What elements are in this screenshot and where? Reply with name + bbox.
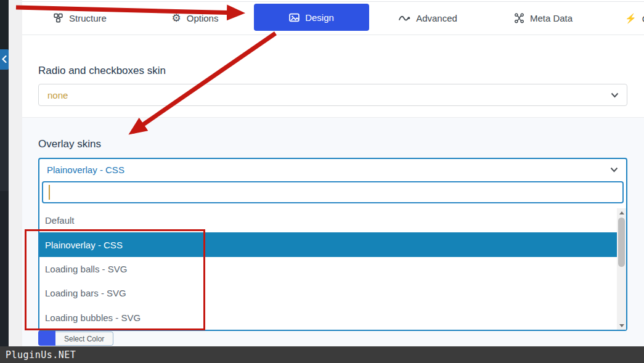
- tab-meta-data[interactable]: Meta Data: [486, 2, 601, 35]
- option-loading-bars-svg[interactable]: Loading bars - SVG: [39, 281, 617, 305]
- sidebar-collapse-button[interactable]: [0, 49, 9, 70]
- option-loading-bubbles-svg[interactable]: Loading bubbles - SVG: [39, 306, 617, 330]
- network-icon: [514, 13, 524, 23]
- page-gutter: [9, 0, 22, 346]
- tab-advanced[interactable]: Advanced: [370, 2, 486, 35]
- overlay-skins-title: Overlay skins: [38, 138, 101, 150]
- admin-sidebar-strip: [0, 0, 9, 363]
- plugin-settings-page: Structure ⚙ Options Design: [0, 0, 644, 363]
- scroll-down-arrow-icon[interactable]: [617, 321, 626, 330]
- radio-skin-title: Radio and checkboxes skin: [38, 65, 166, 77]
- option-plainoverlay-css[interactable]: Plainoverlay - CSS: [39, 232, 617, 256]
- options-scrollbar[interactable]: [617, 208, 626, 330]
- scrollbar-thumb[interactable]: [618, 218, 625, 267]
- image-icon: [289, 12, 300, 23]
- watermark-text: PluginUs.NET: [0, 349, 76, 361]
- overlay-skins-section: Overlay skins Plainoverlay - CSS Default…: [22, 117, 644, 346]
- tab-clipped-right[interactable]: ⚡ C: [625, 2, 644, 35]
- option-loading-balls-svg[interactable]: Loading balls - SVG: [39, 257, 617, 281]
- select-color-button[interactable]: Select Color: [55, 332, 113, 346]
- bolt-icon: ⚡: [625, 13, 637, 24]
- chevron-down-icon: [611, 89, 619, 100]
- tab-label: Meta Data: [530, 13, 573, 23]
- tab-label: Advanced: [416, 13, 457, 23]
- chevron-left-icon: [2, 54, 7, 65]
- overlay-search-input[interactable]: [42, 181, 624, 203]
- tab-label: Design: [305, 12, 334, 23]
- radio-skin-selected-value: none: [47, 90, 68, 100]
- tab-structure[interactable]: Structure: [22, 2, 137, 35]
- tab-label: Structure: [69, 13, 107, 23]
- gear-icon: ⚙: [172, 13, 181, 23]
- overlay-skins-dropdown: Plainoverlay - CSS Default Plainoverlay …: [38, 158, 627, 331]
- chevron-down-icon: [610, 164, 618, 175]
- tab-options[interactable]: ⚙ Options: [137, 2, 253, 35]
- radio-skin-section: Radio and checkboxes skin none: [22, 35, 644, 117]
- settings-tabbar: Structure ⚙ Options Design: [22, 2, 644, 35]
- watermark-bar: PluginUs.NET: [0, 346, 644, 363]
- color-swatch[interactable]: [38, 330, 55, 346]
- tab-label: Options: [187, 13, 219, 23]
- settings-content: Structure ⚙ Options Design: [22, 0, 644, 346]
- scroll-up-arrow-icon[interactable]: [617, 208, 626, 217]
- radio-skin-select[interactable]: none: [38, 84, 627, 106]
- structure-icon: [53, 13, 63, 23]
- tab-design[interactable]: Design: [254, 4, 369, 31]
- admin-sidebar-segment: [0, 0, 9, 49]
- admin-sidebar-segment: [0, 70, 9, 191]
- overlay-color-picker: Select Color: [38, 330, 113, 346]
- overlay-dropdown-header[interactable]: Plainoverlay - CSS: [39, 159, 626, 180]
- overlay-selected-value: Plainoverlay - CSS: [47, 165, 124, 175]
- overlay-options-list: Default Plainoverlay - CSS Loading balls…: [39, 208, 626, 330]
- overlay-search-wrap: [42, 181, 624, 203]
- pulse-icon: [399, 14, 410, 22]
- option-default[interactable]: Default: [39, 208, 617, 232]
- admin-sidebar-segment: [0, 191, 9, 363]
